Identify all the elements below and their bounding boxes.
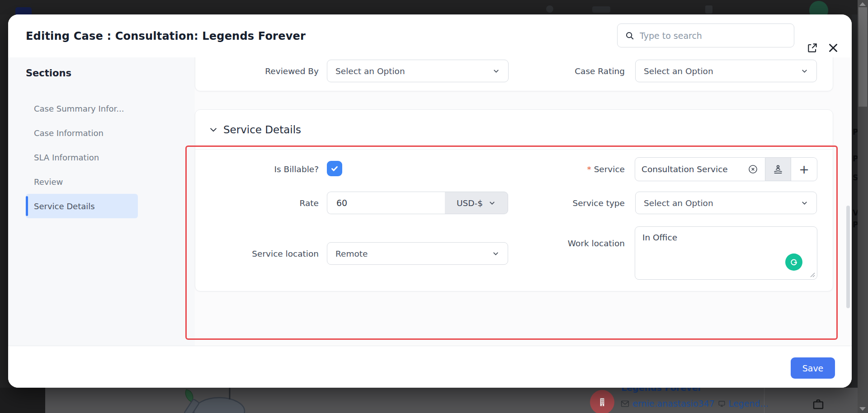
chevron-down-icon <box>492 67 500 75</box>
scroll-down-arrow[interactable] <box>859 407 866 411</box>
service-details-header[interactable]: Service Details <box>195 110 833 150</box>
background-page-edge: P P S V PI <box>852 14 858 388</box>
service-location-select[interactable]: Remote <box>327 242 508 265</box>
is-billable-label: Is Billable? <box>195 157 319 181</box>
rate-field-group: USD-$ <box>327 192 508 214</box>
save-button[interactable]: Save <box>791 357 835 379</box>
sidebar-item-case-information[interactable]: Case Information <box>26 121 138 145</box>
email-link[interactable]: ernie.anastasio347 <box>632 399 715 408</box>
search-input[interactable] <box>640 31 787 41</box>
work-location-label: Work location <box>512 238 625 248</box>
sections-sidebar: Sections Case Summary Infor... Case Info… <box>8 57 195 346</box>
modal-title: Editing Case : Consultation: Legends For… <box>26 14 306 57</box>
modal-scrollbar-thumb[interactable] <box>846 206 850 308</box>
resize-handle[interactable] <box>810 272 815 277</box>
rate-label: Rate <box>195 192 319 214</box>
background-topbar-icon <box>546 5 553 13</box>
record-link[interactable]: Legend... <box>729 399 769 408</box>
screen: P P S V PI Legends Forever <box>0 0 868 413</box>
lookup-service-button[interactable] <box>765 157 791 181</box>
currency-select[interactable]: USD-$ <box>445 192 508 214</box>
company-name: Legends Forever <box>621 388 702 393</box>
service-location-label: Service location <box>195 242 319 265</box>
case-rating-label: Case Rating <box>512 60 625 82</box>
scroll-up-arrow[interactable] <box>859 2 866 6</box>
building-icon <box>596 396 608 408</box>
form-area: Reviewed By Select an Option Case Rating… <box>195 57 852 346</box>
required-mark: * <box>587 164 591 174</box>
background-topbar-icon <box>705 5 712 14</box>
sections-heading: Sections <box>26 68 71 79</box>
chevron-down-icon <box>801 199 808 207</box>
service-type-select[interactable]: Select an Option <box>635 192 817 214</box>
background-sidebar-strip <box>0 388 45 413</box>
record-icon <box>717 399 726 408</box>
plant-illustration <box>158 388 262 413</box>
grammarly-icon[interactable] <box>785 253 802 271</box>
service-details-title: Service Details <box>223 124 301 136</box>
search-icon <box>625 31 635 41</box>
service-type-label: Service type <box>512 192 625 214</box>
company-avatar <box>590 390 614 413</box>
check-icon <box>330 164 340 174</box>
search-box[interactable] <box>617 23 794 47</box>
service-details-card: Service Details Is Billable? * Service C… <box>195 109 833 291</box>
service-hand-icon <box>772 164 784 175</box>
clipped-label: V <box>853 208 858 217</box>
modal-header: Editing Case : Consultation: Legends For… <box>8 14 852 57</box>
page-scrollbar[interactable] <box>858 0 868 413</box>
sidebar-item-sla-information[interactable]: SLA Information <box>26 145 138 169</box>
page-scrollbar-thumb[interactable] <box>859 7 867 107</box>
reviewed-by-label: Reviewed By <box>195 60 319 82</box>
sidebar-item-case-summary[interactable]: Case Summary Infor... <box>26 96 138 121</box>
clipped-label: S <box>853 173 858 182</box>
remove-service-icon[interactable] <box>747 164 759 175</box>
envelope-icon <box>620 399 630 408</box>
chevron-down-icon <box>492 250 500 258</box>
briefcase-icon <box>811 397 826 411</box>
sidebar-item-review[interactable]: Review <box>26 169 138 194</box>
case-rating-select[interactable]: Select an Option <box>635 60 817 82</box>
clipped-label: P <box>853 127 858 136</box>
reviewed-by-select[interactable]: Select an Option <box>327 60 509 82</box>
background-page-bottom: Legends Forever ernie.anastasio347 Legen… <box>0 388 858 413</box>
rate-input[interactable] <box>327 192 445 214</box>
modal-footer: Save <box>8 346 852 388</box>
chevron-down-icon <box>801 67 808 75</box>
close-icon[interactable] <box>827 42 839 54</box>
background-topbar-icon <box>592 6 610 13</box>
service-label: * Service <box>512 157 625 181</box>
service-value-field[interactable]: Consultation Service <box>635 157 765 181</box>
clipped-label: PI <box>853 220 858 229</box>
background-app-topbar <box>0 0 868 14</box>
work-location-textarea[interactable]: In Office <box>635 226 817 280</box>
is-billable-checkbox[interactable] <box>327 161 342 176</box>
work-location-field: In Office <box>635 226 817 280</box>
service-field-group: Consultation Service <box>635 157 817 181</box>
sidebar-item-service-details[interactable]: Service Details <box>26 194 138 218</box>
edit-case-modal: Editing Case : Consultation: Legends For… <box>8 14 852 388</box>
open-in-new-window-icon[interactable] <box>807 42 818 54</box>
modal-body: Sections Case Summary Infor... Case Info… <box>8 57 852 346</box>
chevron-down-icon <box>488 199 496 207</box>
add-service-button[interactable]: + <box>791 157 817 181</box>
collapse-chevron-icon[interactable] <box>208 125 218 135</box>
clipped-label: P <box>853 154 858 163</box>
